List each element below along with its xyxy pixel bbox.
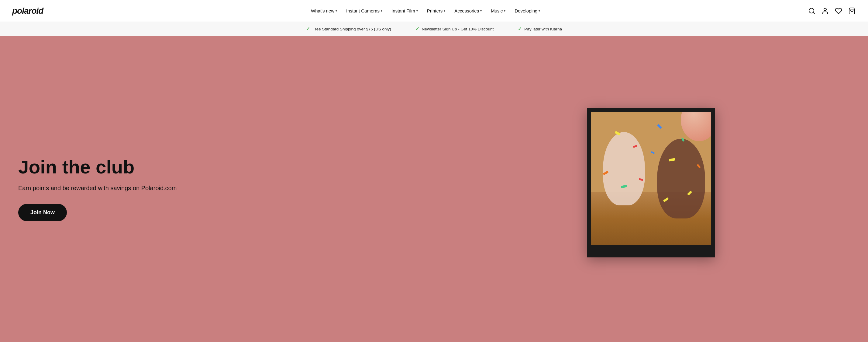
promo-shipping-text: Free Standard Shipping over $75 (US only… [312,27,391,31]
nav-whats-new[interactable]: What's new ▾ [307,6,341,16]
chevron-down-icon: ▾ [381,9,382,12]
svg-point-2 [824,8,826,11]
site-logo[interactable]: polaroid [12,6,43,16]
promo-klarna: ✓ Pay later with Klarna [518,26,562,32]
chevron-down-icon: ▾ [504,9,505,12]
nav-accessories[interactable]: Accessories ▾ [450,6,486,16]
hero-section: Join the club Earn points and be rewarde… [0,36,868,342]
nav-music-label: Music [491,8,503,13]
svg-line-1 [813,12,814,13]
nav-accessories-label: Accessories [454,8,479,13]
photo-person-2 [657,139,705,219]
hero-subtitle: Earn points and be rewarded with savings… [18,185,177,192]
photo-scene [591,112,711,245]
chevron-down-icon: ▾ [444,9,445,12]
nav-music[interactable]: Music ▾ [487,6,510,16]
photo-person-1 [603,132,645,205]
nav-developing[interactable]: Developing ▾ [510,6,544,16]
promo-newsletter-text: Newsletter Sign Up - Get 10% Discount [422,27,494,31]
nav-printers-label: Printers [427,8,443,13]
nav-instant-cameras-label: Instant Cameras [346,8,380,13]
nav-instant-film[interactable]: Instant Film ▾ [387,6,422,16]
promo-shipping: ✓ Free Standard Shipping over $75 (US on… [306,26,391,32]
site-header: polaroid What's new ▾ Instant Cameras ▾ … [0,0,868,22]
join-now-button[interactable]: Join Now [18,204,67,221]
hero-image-area [434,36,868,342]
main-nav: What's new ▾ Instant Cameras ▾ Instant F… [43,6,808,16]
nav-developing-label: Developing [515,8,537,13]
wishlist-icon[interactable] [835,7,842,15]
polaroid-frame [587,108,715,257]
header-icons [808,7,856,15]
promo-bar: ✓ Free Standard Shipping over $75 (US on… [0,22,868,36]
search-icon[interactable] [808,7,816,15]
nav-instant-cameras[interactable]: Instant Cameras ▾ [342,6,386,16]
nav-printers[interactable]: Printers ▾ [423,6,450,16]
chevron-down-icon: ▾ [480,9,482,12]
photo-balloon [681,112,711,141]
nav-instant-film-label: Instant Film [392,8,415,13]
account-icon[interactable] [821,7,829,15]
check-icon: ✓ [415,26,420,32]
nav-whats-new-label: What's new [311,8,334,13]
promo-newsletter: ✓ Newsletter Sign Up - Get 10% Discount [415,26,494,32]
check-icon: ✓ [518,26,522,32]
check-icon: ✓ [306,26,310,32]
confetti-3 [657,124,662,129]
polaroid-photo [591,112,711,245]
promo-klarna-text: Pay later with Klarna [524,27,562,31]
hero-content: Join the club Earn points and be rewarde… [0,157,195,221]
chevron-down-icon: ▾ [336,9,337,12]
confetti-9 [651,151,655,154]
chevron-down-icon: ▾ [416,9,418,12]
chevron-down-icon: ▾ [538,9,540,12]
cart-icon[interactable] [848,7,856,15]
hero-title: Join the club [18,157,177,177]
